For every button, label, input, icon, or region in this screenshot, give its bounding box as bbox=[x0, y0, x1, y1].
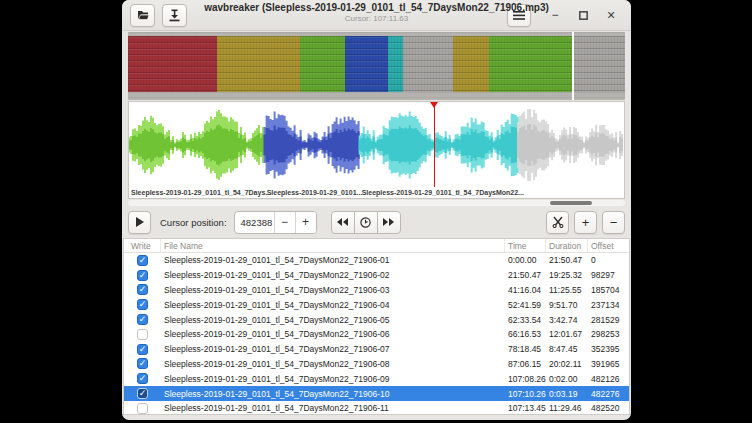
write-checkbox-cell: ✓ bbox=[124, 388, 161, 399]
seek-forward-icon bbox=[383, 218, 394, 226]
table-row[interactable]: ✓Sleepless-2019-01-29_0101_tl_54_7DaysMo… bbox=[124, 268, 629, 283]
write-checkbox[interactable]: ✓ bbox=[137, 344, 148, 355]
hamburger-menu-icon bbox=[513, 11, 525, 20]
write-checkbox[interactable]: ✓ bbox=[137, 270, 148, 281]
table-row[interactable]: Sleepless-2019-01-29_0101_tl_54_7DaysMon… bbox=[124, 327, 629, 342]
write-checkbox-cell: ✓ bbox=[124, 255, 161, 266]
file-name-cell: Sleepless-2019-01-29_0101_tl_54_7DaysMon… bbox=[161, 374, 505, 384]
plus-icon: + bbox=[582, 215, 590, 230]
header-offset[interactable]: Offset bbox=[588, 239, 629, 252]
table-row[interactable]: ✓Sleepless-2019-01-29_0101_tl_54_7DaysMo… bbox=[124, 342, 629, 357]
header-file-name[interactable]: File Name bbox=[161, 239, 505, 252]
remove-track-break-button[interactable]: − bbox=[602, 211, 625, 234]
segment-green2 bbox=[489, 36, 572, 92]
menu-button[interactable] bbox=[507, 4, 531, 27]
jump-to-time-button[interactable] bbox=[354, 211, 378, 234]
write-checkbox[interactable]: ✓ bbox=[137, 388, 148, 399]
save-file-button[interactable] bbox=[162, 4, 187, 27]
table-row[interactable]: ✓Sleepless-2019-01-29_0101_tl_54_7DaysMo… bbox=[124, 297, 629, 312]
zoomed-waveform[interactable]: Sleepless-2019-01-29_0101_tl_54_7Days...… bbox=[128, 101, 625, 199]
write-checkbox-cell: ✓ bbox=[124, 314, 161, 325]
write-checkbox-cell bbox=[124, 329, 161, 340]
duration-cell: 12:01.67 bbox=[546, 329, 588, 339]
offset-cell: 298253 bbox=[588, 329, 629, 339]
add-track-break-button[interactable]: + bbox=[574, 211, 597, 234]
table-row[interactable]: Sleepless-2019-01-29_0101_tl_54_7DaysMon… bbox=[124, 401, 629, 416]
write-checkbox[interactable]: ✓ bbox=[137, 299, 148, 310]
titlebar: wavbreaker (Sleepless-2019-01-29_0101_tl… bbox=[122, 0, 631, 31]
header-duration[interactable]: Duration bbox=[546, 239, 588, 252]
time-cell: 0:00.00 bbox=[505, 255, 546, 265]
table-row[interactable]: ✓Sleepless-2019-01-29_0101_tl_54_7DaysMo… bbox=[124, 357, 629, 372]
cursor-position-input[interactable]: 482388 bbox=[235, 212, 274, 233]
window-controls: − × bbox=[507, 4, 623, 27]
table-row[interactable]: ✓Sleepless-2019-01-29_0101_tl_54_7DaysMo… bbox=[124, 386, 629, 401]
write-checkbox[interactable]: ✓ bbox=[137, 373, 148, 384]
segment-olive bbox=[217, 36, 300, 92]
write-checkbox-cell: ✓ bbox=[124, 284, 161, 295]
minus-icon: − bbox=[610, 215, 618, 230]
save-file-icon bbox=[168, 9, 181, 22]
seek-forward-button[interactable] bbox=[377, 211, 401, 234]
header-time[interactable]: Time bbox=[505, 239, 546, 252]
write-checkbox-cell: ✓ bbox=[124, 373, 161, 384]
close-button[interactable]: × bbox=[599, 4, 623, 27]
write-checkbox[interactable]: ✓ bbox=[137, 284, 148, 295]
table-row[interactable]: ✓Sleepless-2019-01-29_0101_tl_54_7DaysMo… bbox=[124, 253, 629, 268]
file-name-cell: Sleepless-2019-01-29_0101_tl_54_7DaysMon… bbox=[161, 389, 505, 399]
table-row[interactable]: ✓Sleepless-2019-01-29_0101_tl_54_7DaysMo… bbox=[124, 283, 629, 298]
duration-cell: 0:03.19 bbox=[546, 389, 588, 399]
scrollbar-thumb[interactable] bbox=[550, 201, 592, 205]
table-row[interactable]: ✓Sleepless-2019-01-29_0101_tl_54_7DaysMo… bbox=[124, 312, 629, 327]
duration-cell: 11:29.46 bbox=[546, 403, 588, 413]
segment-red bbox=[128, 36, 217, 92]
file-name-cell: Sleepless-2019-01-29_0101_tl_54_7DaysMon… bbox=[161, 285, 505, 295]
duration-cell: 20:02.11 bbox=[546, 359, 588, 369]
screen: wavbreaker (Sleepless-2019-01-29_0101_tl… bbox=[0, 0, 752, 423]
offset-cell: 237134 bbox=[588, 300, 629, 310]
play-button[interactable] bbox=[128, 211, 151, 234]
write-checkbox[interactable]: ✓ bbox=[137, 358, 148, 369]
seek-button-group bbox=[331, 211, 401, 234]
time-cell: 107:10.26 bbox=[505, 389, 546, 399]
table-row[interactable]: ✓Sleepless-2019-01-29_0101_tl_54_7DaysMo… bbox=[124, 371, 629, 386]
duration-cell: 19:25.32 bbox=[546, 270, 588, 280]
minimize-button[interactable]: − bbox=[543, 4, 567, 27]
write-checkbox-cell bbox=[124, 403, 161, 414]
waveform-graphic bbox=[129, 102, 624, 187]
file-name-cell: Sleepless-2019-01-29_0101_tl_54_7DaysMon… bbox=[161, 359, 505, 369]
segment-gray2 bbox=[572, 36, 625, 92]
header-write[interactable]: Write bbox=[124, 239, 161, 252]
open-file-button[interactable] bbox=[130, 4, 155, 27]
maximize-button[interactable] bbox=[571, 4, 595, 27]
offset-cell: 391965 bbox=[588, 359, 629, 369]
duration-cell: 21:50.47 bbox=[546, 255, 588, 265]
jump-to-time-clock-icon bbox=[360, 217, 371, 228]
cursor-position-spinbox[interactable]: 482388 − + bbox=[234, 211, 317, 234]
time-cell: 21:50.47 bbox=[505, 270, 546, 280]
close-icon: × bbox=[607, 7, 615, 23]
time-cell: 41:16.04 bbox=[505, 285, 546, 295]
seek-backward-icon bbox=[337, 218, 348, 226]
write-checkbox[interactable]: ✓ bbox=[137, 314, 148, 325]
spin-plus-button[interactable]: + bbox=[295, 212, 316, 233]
write-checkbox-cell: ✓ bbox=[124, 358, 161, 369]
spin-minus-button[interactable]: − bbox=[274, 212, 295, 233]
write-checkbox[interactable]: ✓ bbox=[137, 255, 148, 266]
file-name-cell: Sleepless-2019-01-29_0101_tl_54_7DaysMon… bbox=[161, 315, 505, 325]
duration-cell: 0:02.00 bbox=[546, 374, 588, 384]
toolbar: Cursor position: 482388 − + bbox=[122, 206, 631, 238]
segment-blue bbox=[345, 36, 389, 92]
file-name-cell: Sleepless-2019-01-29_0101_tl_54_7DaysMon… bbox=[161, 344, 505, 354]
cut-button[interactable] bbox=[546, 211, 569, 234]
seek-backward-button[interactable] bbox=[331, 211, 355, 234]
segment-label: Sleepless-2019-01-29_0101... bbox=[267, 189, 363, 196]
write-checkbox[interactable] bbox=[137, 403, 148, 414]
write-checkbox[interactable] bbox=[137, 329, 148, 340]
segment-teal bbox=[388, 36, 403, 92]
maximize-icon bbox=[579, 11, 588, 20]
offset-cell: 352395 bbox=[588, 344, 629, 354]
offset-cell: 98297 bbox=[588, 270, 629, 280]
duration-cell: 3:42.74 bbox=[546, 315, 588, 325]
overview-waveform[interactable] bbox=[128, 32, 625, 100]
